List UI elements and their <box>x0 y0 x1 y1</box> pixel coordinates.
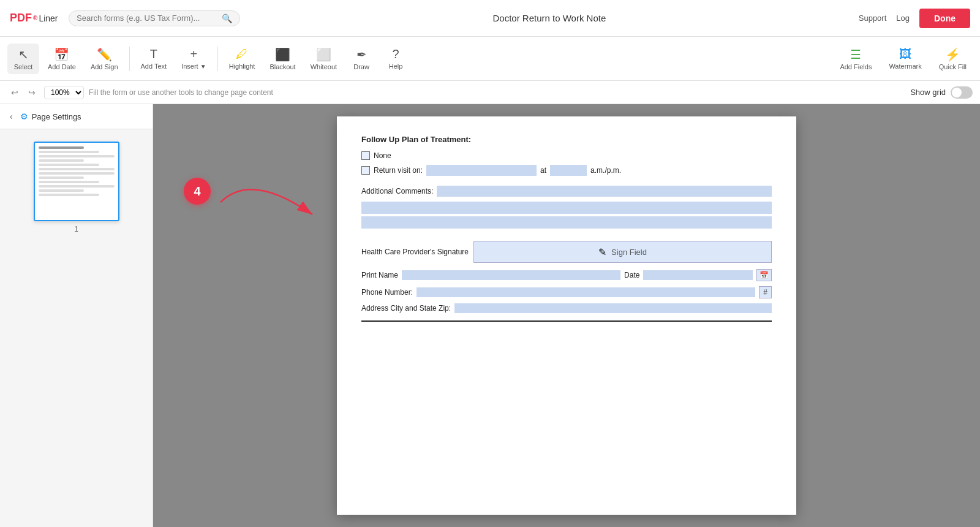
settings-icon: ⚙ <box>20 112 28 121</box>
section-title: Follow Up Plan of Treatment: <box>361 135 772 144</box>
whiteout-icon: ⬜ <box>316 47 331 62</box>
add-text-icon: T <box>150 47 157 61</box>
thumb-line-4 <box>39 159 84 162</box>
select-label: Select <box>14 63 33 70</box>
health-care-label: Health Care Provider's Signature <box>361 248 469 256</box>
address-field[interactable] <box>454 303 772 313</box>
return-visit-time-field[interactable] <box>550 165 587 176</box>
add-date-icon: 📅 <box>54 47 69 62</box>
thumb-line-8 <box>39 176 84 179</box>
add-fields-label: Add Fields <box>840 63 872 70</box>
am-pm-label: a.m./p.m. <box>590 166 621 175</box>
thumb-line-1 <box>39 146 84 149</box>
thumb-line-12 <box>39 194 99 196</box>
date-label: Date <box>624 271 639 279</box>
highlight-tool[interactable]: 🖊 Highlight <box>223 44 262 74</box>
return-visit-checkbox[interactable] <box>361 166 370 175</box>
comments-field-3[interactable] <box>361 216 772 229</box>
page-thumb-content <box>35 143 118 200</box>
thumb-line-11 <box>39 189 84 192</box>
thumb-line-6 <box>39 168 115 170</box>
support-link[interactable]: Support <box>859 13 887 23</box>
select-icon: ↖ <box>18 47 29 62</box>
sign-field-text: Sign Field <box>611 248 647 257</box>
add-sign-icon: ✏️ <box>97 47 112 62</box>
additional-comments-label: Additional Comments: <box>361 187 433 195</box>
redo-button[interactable]: ↪ <box>24 86 39 99</box>
add-text-label: Add Text <box>141 63 167 70</box>
phone-row: Phone Number: # <box>361 286 772 298</box>
page-number: 1 <box>74 225 78 233</box>
page-thumbnail[interactable] <box>34 142 119 221</box>
watermark-icon: 🖼 <box>899 47 911 61</box>
insert-tool[interactable]: + Insert ▼ <box>175 44 212 74</box>
help-tool[interactable]: ? Help <box>380 44 412 74</box>
show-grid-toggle[interactable] <box>951 86 973 99</box>
add-fields-icon: ☰ <box>850 47 861 62</box>
show-grid-label: Show grid <box>910 88 946 97</box>
comments-field-2[interactable] <box>361 202 772 214</box>
add-sign-tool[interactable]: ✏️ Add Sign <box>85 44 124 74</box>
main-area: ‹ ⚙ Page Settings <box>0 104 980 527</box>
thumb-line-7 <box>39 172 115 175</box>
search-container[interactable]: 🔍 <box>69 10 240 26</box>
quick-fill-tool[interactable]: ⚡ Quick Fill <box>933 45 973 73</box>
search-icon: 🔍 <box>222 13 232 23</box>
undo-button[interactable]: ↩ <box>7 86 22 99</box>
thumb-line-9 <box>39 181 99 183</box>
draw-tool[interactable]: ✒ Draw <box>345 44 377 74</box>
add-sign-label: Add Sign <box>91 63 118 70</box>
add-date-label: Add Date <box>48 63 76 70</box>
navbar: PDF ® Liner 🔍 Doctor Return to Work Note… <box>0 0 980 37</box>
print-name-field[interactable] <box>402 270 620 280</box>
highlight-icon: 🖊 <box>236 47 248 61</box>
add-date-tool[interactable]: 📅 Add Date <box>42 44 82 74</box>
comments-section: Additional Comments: <box>361 186 772 229</box>
print-name-row: Print Name Date 📅 <box>361 269 772 281</box>
address-label: Address City and State Zip: <box>361 304 451 313</box>
help-icon: ? <box>393 47 399 61</box>
step-indicator: 4 <box>184 178 211 205</box>
address-row: Address City and State Zip: <box>361 303 772 313</box>
help-label: Help <box>389 63 403 70</box>
none-checkbox[interactable] <box>361 151 370 160</box>
bottom-line <box>361 320 772 322</box>
content-area: 4 Follow Up Plan of Treatment: <box>153 104 980 527</box>
insert-arrow: ▼ <box>200 63 206 70</box>
toolbar-right: ☰ Add Fields 🖼 Watermark ⚡ Quick Fill <box>834 45 973 73</box>
comments-label-row: Additional Comments: <box>361 186 772 197</box>
collapse-button[interactable]: ‹ <box>7 109 15 124</box>
blackout-tool[interactable]: ⬛ Blackout <box>263 44 301 74</box>
subbar: ↩ ↪ 100% Fill the form or use another to… <box>0 81 980 104</box>
comments-field-1[interactable] <box>437 186 772 197</box>
return-visit-row: Return visit on: at a.m./p.m. <box>361 165 772 176</box>
settings-tab[interactable]: ⚙ Page Settings <box>20 112 81 121</box>
search-input[interactable] <box>77 13 217 23</box>
collapse-icon: ‹ <box>10 112 13 121</box>
draw-label: Draw <box>353 63 369 70</box>
quick-fill-icon: ⚡ <box>945 47 960 62</box>
logo-pdf: PDF <box>10 12 32 25</box>
add-fields-tool[interactable]: ☰ Add Fields <box>834 45 878 73</box>
curved-arrow <box>202 165 337 276</box>
log-link[interactable]: Log <box>896 13 910 23</box>
add-text-tool[interactable]: T Add Text <box>135 44 173 74</box>
hash-icon: # <box>759 286 772 298</box>
select-tool[interactable]: ↖ Select <box>7 44 39 74</box>
watermark-tool[interactable]: 🖼 Watermark <box>883 45 927 72</box>
zoom-select[interactable]: 100% <box>44 86 84 99</box>
sign-field-container: Health Care Provider's Signature ✎ Sign … <box>361 241 772 263</box>
whiteout-label: Whiteout <box>311 63 337 70</box>
calendar-icon: 📅 <box>756 269 772 281</box>
thumb-line-10 <box>39 185 115 188</box>
done-button[interactable]: Done <box>919 9 970 28</box>
page-thumb-container: 1 <box>34 142 119 233</box>
sign-field-box[interactable]: ✎ Sign Field <box>473 241 772 263</box>
date-field[interactable] <box>643 270 753 280</box>
phone-field[interactable] <box>417 287 755 297</box>
insert-icon: + <box>190 47 198 61</box>
undo-redo-group: ↩ ↪ <box>7 86 39 99</box>
return-visit-date-field[interactable] <box>426 165 537 176</box>
whiteout-tool[interactable]: ⬜ Whiteout <box>304 44 343 74</box>
sign-pen-icon: ✎ <box>598 246 606 258</box>
